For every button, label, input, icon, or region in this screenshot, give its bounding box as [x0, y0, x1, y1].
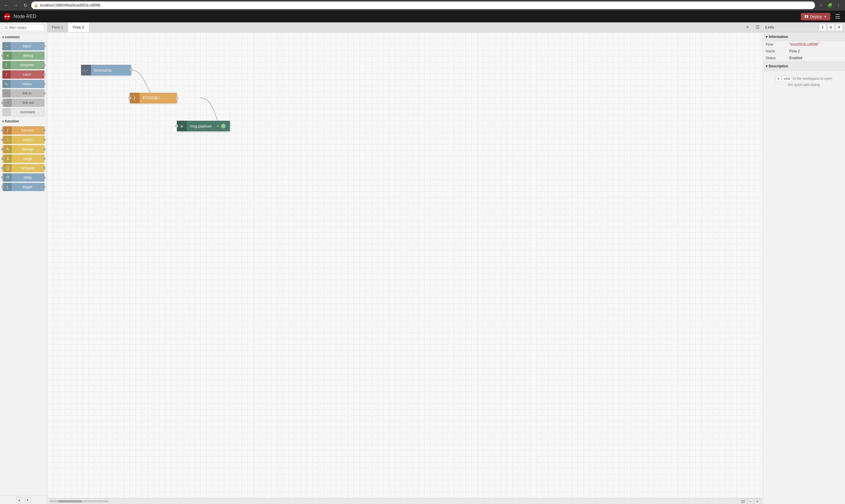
- zoom-out-button[interactable]: −: [747, 499, 753, 504]
- palette-node-complete[interactable]: ! complete: [2, 61, 45, 69]
- function-nodes: ƒ function ⟨ switch ✎: [0, 125, 47, 192]
- svg-rect-7: [807, 15, 808, 18]
- logo-icon: [3, 12, 11, 21]
- flow-canvas[interactable]: □ → timestamp ƒ 时间转换2 ≡ msg: [47, 32, 762, 498]
- complete-label: complete: [11, 63, 43, 67]
- canvas-node-timestamp[interactable]: □ → timestamp: [81, 65, 131, 75]
- canvas-scrollbar[interactable]: [50, 500, 108, 503]
- function-label: function: [12, 128, 43, 132]
- category-function-header[interactable]: ▾ function: [0, 118, 47, 125]
- tab-flow1[interactable]: Flow 1: [47, 22, 68, 32]
- switch-port-left: [1, 139, 3, 141]
- info-more-button[interactable]: ▼: [835, 24, 843, 31]
- palette-node-link-in[interactable]: ← link in: [2, 89, 45, 97]
- info-settings-button[interactable]: ⚙: [827, 24, 834, 31]
- category-common-label: common: [5, 35, 20, 39]
- comment-icon: [3, 108, 11, 116]
- palette-node-switch[interactable]: ⟨ switch: [2, 136, 45, 144]
- zoom-in-button[interactable]: +: [754, 499, 760, 504]
- browser-bar: ← → ↻ 🔒 localhost:1880/#flow/bced581b.cd…: [0, 0, 845, 11]
- link-out-port-left: [1, 102, 3, 104]
- information-label: Information: [769, 35, 788, 39]
- hint-text: in the workspace to openthe quick-add di…: [788, 76, 832, 87]
- palette-node-inject[interactable]: → inject: [2, 42, 45, 50]
- info-row-status: Status Enabled: [763, 55, 845, 61]
- info-row-flow: Flow "bced581b.cdf098": [763, 41, 845, 48]
- more-button[interactable]: ⋮: [835, 2, 842, 9]
- quick-add-hint: ⌘ click in the workspace to openthe quic…: [763, 71, 845, 92]
- tab-flow2[interactable]: Flow 2: [68, 22, 89, 32]
- palette-node-debug[interactable]: ≡ debug: [2, 52, 45, 60]
- tab-flow1-label: Flow 1: [52, 25, 63, 30]
- flow-key: Flow: [766, 42, 789, 47]
- category-common-header[interactable]: ▾ common: [0, 33, 47, 41]
- palette-scroll-arrows: ▲ ▼: [0, 496, 47, 504]
- click-label: click: [782, 76, 792, 82]
- fit-view-button[interactable]: ⊡: [740, 499, 746, 504]
- trigger-port-left: [1, 186, 3, 188]
- extensions-button[interactable]: 🧩: [826, 2, 833, 9]
- logo: Node-RED: [3, 12, 36, 21]
- palette-node-change[interactable]: ✎ change: [2, 145, 45, 154]
- menu-button[interactable]: ☰: [833, 13, 842, 20]
- delay-port-right: [43, 176, 46, 179]
- info-panel-title: info: [768, 25, 818, 30]
- palette-node-trigger[interactable]: L trigger: [2, 183, 45, 191]
- info-row-name: Name Flow 2: [763, 48, 845, 55]
- function-port-right: [43, 129, 46, 131]
- template-icon: {}: [3, 164, 12, 172]
- palette-node-range[interactable]: ℹ range: [2, 155, 45, 163]
- description-section-header[interactable]: ▾ Description: [763, 62, 845, 71]
- change-label: change: [12, 147, 43, 151]
- palette-node-delay[interactable]: ⏱ delay: [2, 174, 45, 182]
- palette-node-catch[interactable]: ! catch: [2, 70, 45, 78]
- info-panel-body: ▾ Information Flow "bced581b.cdf098" Nam…: [763, 32, 845, 504]
- timestamp-port-right: [130, 69, 133, 72]
- header: Node-RED Deploy ▼ ☰: [0, 11, 845, 22]
- chevron-icon: ▾: [2, 36, 4, 39]
- cmd-key: ⌘: [775, 76, 781, 82]
- node-palette: ▾ common → inject ≡ debug: [0, 22, 47, 504]
- flow-value: "bced581b.cdf098": [789, 42, 819, 47]
- add-tab-button[interactable]: +: [742, 22, 753, 32]
- change-icon: ✎: [3, 145, 12, 154]
- canvas-node-msg-payload[interactable]: ≡ msg.payload ≡: [177, 121, 230, 131]
- svg-rect-6: [805, 15, 806, 18]
- url-bar[interactable]: 🔒 localhost:1880/#flow/bced581b.cdf098: [31, 1, 815, 9]
- palette-scroll-up[interactable]: ▲: [17, 497, 22, 503]
- debug-label: debug: [12, 54, 45, 58]
- filter-nodes-input[interactable]: [2, 24, 45, 31]
- time-convert-port-right: [175, 96, 178, 100]
- palette-filter-area: [0, 22, 47, 33]
- palette-node-comment[interactable]: comment: [2, 108, 45, 116]
- deploy-icon: [804, 14, 809, 19]
- information-section-header[interactable]: ▾ Information: [763, 32, 845, 41]
- palette-node-link-out[interactable]: → link out: [2, 98, 45, 107]
- info-section-description: ▾ Description: [763, 62, 845, 71]
- canvas-node-time-convert[interactable]: ƒ 时间转换2: [130, 93, 177, 103]
- tabs-menu-button[interactable]: ☰: [753, 22, 762, 32]
- palette-node-function[interactable]: ƒ function: [2, 126, 45, 134]
- forward-button[interactable]: →: [12, 2, 19, 9]
- link-in-port-right: [43, 92, 46, 94]
- complete-port-right: [43, 64, 46, 66]
- info-header-icon: ℹ: [765, 25, 766, 30]
- delay-label: delay: [12, 176, 43, 180]
- category-function-label: function: [5, 119, 19, 123]
- palette-scroll-down[interactable]: ▼: [25, 497, 31, 503]
- link-out-icon: →: [3, 98, 12, 107]
- chevron-icon: ▾: [2, 120, 4, 123]
- palette-scroll: ▾ common → inject ≡ debug: [0, 33, 47, 496]
- back-button[interactable]: ←: [3, 2, 10, 9]
- name-value: Flow 2: [789, 49, 800, 53]
- status-icon: ∿: [2, 80, 11, 88]
- palette-node-status[interactable]: ∿ status: [2, 80, 45, 88]
- palette-node-template[interactable]: {} template: [2, 164, 45, 172]
- status-port-right: [43, 83, 46, 85]
- svg-point-4: [5, 16, 6, 17]
- star-button[interactable]: ☆: [817, 2, 824, 9]
- refresh-button[interactable]: ↻: [22, 2, 29, 9]
- app: Node-RED Deploy ▼ ☰ ▾ common: [0, 11, 845, 504]
- info-info-button[interactable]: ℹ: [819, 24, 826, 31]
- deploy-button[interactable]: Deploy ▼: [801, 13, 830, 20]
